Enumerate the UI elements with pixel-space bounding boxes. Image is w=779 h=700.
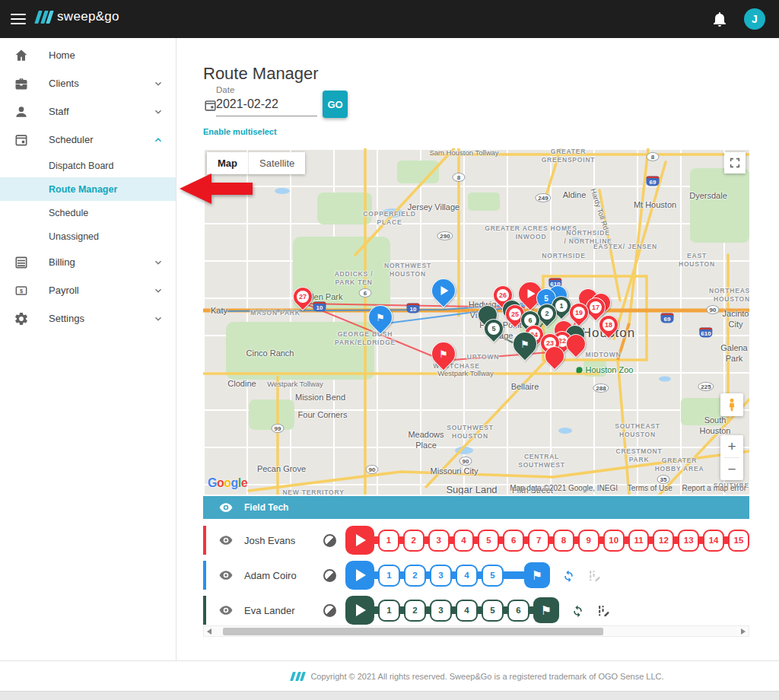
attribution-text: Map data ©2021 Google, INEGI <box>510 484 618 492</box>
google-logo[interactable]: Google <box>208 476 247 490</box>
route-stop-1[interactable]: 1 <box>378 600 400 622</box>
route-stop-4[interactable]: 4 <box>453 530 475 552</box>
route-row: Eva Lander123456⚑ <box>203 593 749 628</box>
footer-copyright: Copyright © 2021 All rights reserved. Sw… <box>310 672 663 681</box>
route-stop-4[interactable]: 4 <box>456 565 478 587</box>
route-finish-flag-button[interactable]: ⚑ <box>533 597 559 623</box>
eye-toggle-icon[interactable] <box>218 568 234 583</box>
route-stop-2[interactable]: 2 <box>403 530 424 552</box>
route-stop-15[interactable]: 15 <box>728 530 749 552</box>
route-stop-4[interactable]: 4 <box>456 600 478 622</box>
calendar-icon <box>14 132 29 148</box>
route-stop-11[interactable]: 11 <box>628 530 650 552</box>
date-input[interactable] <box>216 97 317 116</box>
edit-route-icon[interactable] <box>596 603 611 618</box>
eye-icon[interactable] <box>218 500 234 515</box>
route-stop-13[interactable]: 13 <box>678 530 699 552</box>
route-stop-10[interactable]: 10 <box>603 530 625 552</box>
route-stop-8[interactable]: 8 <box>553 530 574 552</box>
page-title: Route Manager <box>203 64 319 84</box>
chevron-down-icon <box>153 78 164 89</box>
fullscreen-button[interactable] <box>724 152 746 173</box>
route-stop-7[interactable]: 7 <box>528 530 549 552</box>
sidebar-item-payroll[interactable]: $ Payroll <box>0 276 176 304</box>
eye-toggle-icon[interactable] <box>218 533 234 548</box>
sync-route-icon[interactable] <box>561 568 576 583</box>
stop-pin[interactable]: 27 <box>289 283 317 311</box>
scroll-left-arrow[interactable] <box>207 628 211 635</box>
route-start-button[interactable] <box>345 561 374 590</box>
route-stop-3[interactable]: 3 <box>430 565 452 587</box>
route-color-bar <box>203 526 206 555</box>
dollar-icon: $ <box>14 283 29 298</box>
zoom-in-button[interactable]: + <box>720 435 743 457</box>
scroll-right-arrow[interactable] <box>741 628 746 635</box>
go-button[interactable]: GO <box>323 91 348 118</box>
notifications-bell-icon[interactable] <box>711 10 729 28</box>
sidebar-item-billing[interactable]: Billing <box>0 248 176 276</box>
route-stop-5[interactable]: 5 <box>478 530 499 552</box>
date-label: Date <box>216 85 234 94</box>
contrast-half-circle-icon[interactable] <box>323 604 336 617</box>
brand-logo[interactable]: sweep&go <box>37 9 119 24</box>
scrollbar-thumb[interactable] <box>223 628 603 635</box>
sidebar-item-clients[interactable]: Clients <box>0 69 176 97</box>
sidebar-item-unassigned[interactable]: Unassigned <box>0 224 176 248</box>
eye-toggle-icon[interactable] <box>218 603 234 618</box>
satellite-view-button[interactable]: Satellite <box>248 152 305 174</box>
sidebar-item-staff[interactable]: Staff <box>0 97 176 126</box>
chevron-down-icon <box>153 257 164 268</box>
route-stop-5[interactable]: 5 <box>482 565 504 587</box>
finish-flag-pin[interactable]: ⚑ <box>426 336 460 371</box>
terms-of-use-link[interactable]: Terms of Use <box>628 484 672 492</box>
horizontal-scrollbar[interactable] <box>203 625 749 637</box>
enable-multiselect-link[interactable]: Enable multiselect <box>203 127 277 136</box>
briefcase-icon <box>14 76 29 91</box>
brand-name: sweep&go <box>57 9 119 24</box>
map-canvas[interactable]: Sam Houston TollwayGREATER GREENSPOINTJe… <box>203 148 749 495</box>
sidebar-item-schedule[interactable]: Schedule <box>0 201 176 224</box>
user-avatar[interactable]: J <box>744 8 765 30</box>
sidebar-item-home[interactable]: Home <box>0 41 176 69</box>
route-stop-5[interactable]: 5 <box>482 600 504 622</box>
sidebar-item-scheduler[interactable]: Scheduler <box>0 126 176 154</box>
hamburger-menu-icon[interactable] <box>11 11 27 27</box>
main-content: Route Manager Date GO Enable multiselect <box>176 38 779 660</box>
sidebar-item-route-manager[interactable]: Route Manager <box>0 177 176 201</box>
chevron-down-icon <box>153 313 164 324</box>
route-stop-9[interactable]: 9 <box>578 530 599 552</box>
report-map-error-link[interactable]: Report a map error <box>682 484 746 492</box>
route-start-button[interactable] <box>345 596 374 625</box>
route-stop-2[interactable]: 2 <box>404 565 426 587</box>
sidebar-item-dispatch-board[interactable]: Dispatch Board <box>0 154 176 177</box>
footer: Copyright © 2021 All rights reserved. Sw… <box>0 660 779 691</box>
map-type-control: Map Satellite <box>207 152 305 174</box>
route-row: Josh Evans123456789101112131415 <box>203 523 749 558</box>
pegman-street-view[interactable] <box>720 393 743 416</box>
route-stop-12[interactable]: 12 <box>653 530 674 552</box>
map-attribution: Map data ©2021 Google, INEGI Terms of Us… <box>502 484 746 492</box>
route-stop-1[interactable]: 1 <box>378 565 400 587</box>
route-color-bar <box>203 561 206 590</box>
route-stop-3[interactable]: 3 <box>430 600 452 622</box>
route-stop-6[interactable]: 6 <box>507 600 529 622</box>
route-stop-14[interactable]: 14 <box>703 530 724 552</box>
route-stop-6[interactable]: 6 <box>503 530 524 552</box>
start-pin[interactable] <box>426 273 460 307</box>
route-stop-2[interactable]: 2 <box>404 600 426 622</box>
zoom-out-button[interactable]: − <box>720 458 743 480</box>
route-row: Adam Coiro12345⚑ <box>203 558 749 593</box>
route-stop-3[interactable]: 3 <box>428 530 450 552</box>
tech-name: Adam Coiro <box>244 570 323 581</box>
field-tech-label: Field Tech <box>244 502 288 513</box>
route-start-button[interactable] <box>345 526 374 555</box>
contrast-half-circle-icon[interactable] <box>323 534 336 547</box>
contrast-half-circle-icon[interactable] <box>323 569 336 582</box>
sync-route-icon[interactable] <box>571 603 585 618</box>
map-view-button[interactable]: Map <box>207 152 248 174</box>
finish-flag-pin[interactable]: ⚑ <box>363 300 397 334</box>
route-finish-flag-button[interactable]: ⚑ <box>524 562 550 588</box>
map-markers-layer: 2627511719225⚑6185242223⚑⚑ <box>203 148 749 495</box>
sidebar-item-settings[interactable]: Settings <box>0 304 176 332</box>
route-stop-1[interactable]: 1 <box>378 530 399 552</box>
